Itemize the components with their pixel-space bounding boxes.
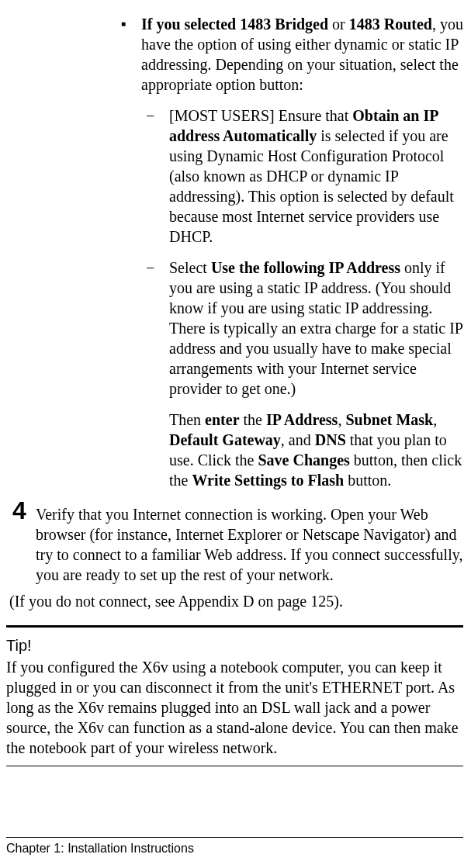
text: only if you are using a static IP addres…: [169, 259, 462, 397]
tip-top-rule: [6, 625, 463, 628]
bold-text: DNS: [315, 431, 346, 448]
bold-text: Use the following IP Address: [211, 259, 400, 276]
text: the: [240, 411, 266, 428]
dash-text: [MOST USERS] Ensure that Obtain an IP ad…: [169, 105, 463, 247]
dash-continuation: Then enter the IP Address, Subnet Mask, …: [169, 410, 463, 490]
dash-item: − [MOST USERS] Ensure that Obtain an IP …: [146, 105, 463, 247]
page-footer: Chapter 1: Installation Instructions: [6, 837, 463, 857]
appendix-note: (If you do not connect, see Appendix D o…: [9, 591, 463, 611]
text: [MOST USERS] Ensure that: [169, 107, 352, 124]
text: Select: [169, 259, 211, 276]
bold-text: enter: [205, 411, 239, 428]
step-text: Verify that you Internet connection is w…: [36, 501, 463, 585]
bold-text: Default Gateway: [169, 431, 281, 448]
step-number: 4: [12, 498, 36, 585]
dash-text: Select Use the following IP Address only…: [169, 258, 463, 399]
tip-heading: Tip!: [6, 635, 463, 655]
dash-icon: −: [146, 258, 169, 399]
square-bullet-icon: ■: [121, 14, 141, 95]
tip-bottom-rule: [6, 766, 463, 766]
chapter-label: Chapter 1: Installation Instructions: [6, 842, 194, 855]
step-4: 4 Verify that you Internet connection is…: [12, 501, 463, 585]
tip-body: If you configured the X6v using a notebo…: [6, 657, 463, 758]
bold-text: 1483 Routed: [349, 16, 432, 33]
dash-item: − Select Use the following IP Address on…: [146, 258, 463, 399]
text: or: [328, 16, 349, 33]
bold-text: Save Changes: [258, 451, 349, 469]
bold-text: If you selected 1483 Bridged: [141, 16, 328, 33]
text: ,: [338, 411, 345, 428]
bold-text: Write Settings to Flash: [192, 472, 344, 489]
dash-icon: −: [146, 105, 169, 247]
text: Then: [169, 411, 205, 428]
bullet-text: If you selected 1483 Bridged or 1483 Rou…: [141, 14, 463, 95]
text: button.: [344, 472, 391, 489]
bullet-item: ■ If you selected 1483 Bridged or 1483 R…: [121, 14, 463, 95]
text: is selected if you are using Dynamic Hos…: [169, 127, 454, 245]
bold-text: Subnet Mask: [345, 411, 433, 428]
text: , and: [281, 431, 315, 448]
text: ,: [433, 411, 437, 428]
bold-text: IP Address: [266, 411, 338, 428]
